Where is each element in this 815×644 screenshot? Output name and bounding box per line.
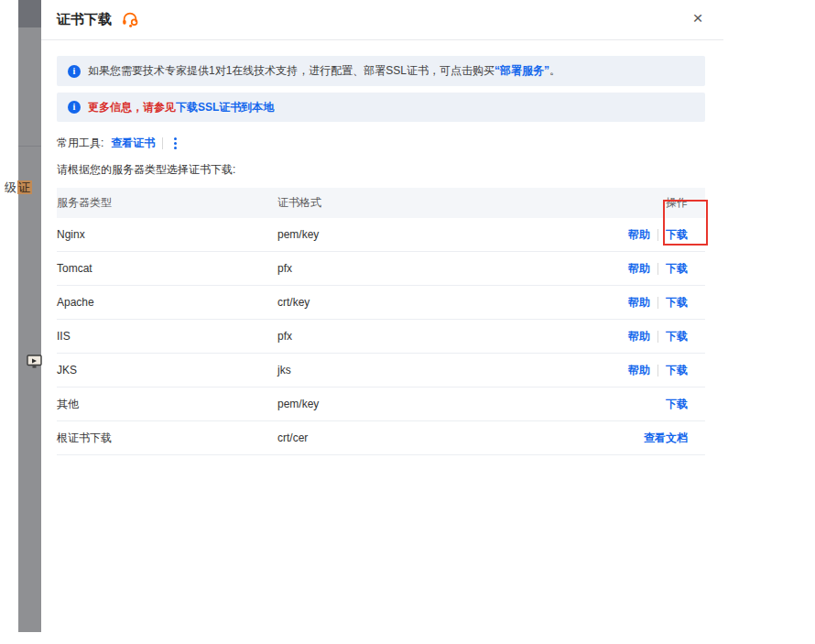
help-link[interactable]: 帮助 <box>628 261 650 277</box>
help-link[interactable]: 帮助 <box>628 227 650 243</box>
table-row-nginx: Nginx pem/key 帮助 下载 <box>57 218 705 252</box>
more-actions-icon[interactable] <box>170 136 180 150</box>
view-certificate-link[interactable]: 查看证书 <box>111 136 155 151</box>
banner-text: 如果您需要技术专家提供1对1在线技术支持，进行配置、部署SSL证书，可点击购买“… <box>88 63 560 79</box>
download-link[interactable]: 下载 <box>666 397 688 412</box>
cert-format-cell: crt/key <box>277 296 549 309</box>
help-link[interactable]: 帮助 <box>628 295 650 311</box>
header-server-type: 服务器类型 <box>57 195 277 211</box>
header-operation: 操作 <box>549 195 705 211</box>
view-doc-link[interactable]: 查看文档 <box>644 431 688 446</box>
operation-cell: 下载 <box>549 397 705 412</box>
background-partial-text: 级证 <box>5 180 32 196</box>
table-row-apache: Apache crt/key 帮助 下载 <box>57 286 705 320</box>
info-icon: i <box>68 101 81 114</box>
support-headset-icon[interactable] <box>120 10 140 30</box>
monitor-icon <box>27 355 43 373</box>
server-type-cell: Nginx <box>57 228 277 241</box>
cert-format-cell: pem/key <box>277 228 549 241</box>
server-type-cell: Apache <box>57 296 277 309</box>
banner-text: 更多信息，请参见下载SSL证书到本地 <box>88 100 274 115</box>
download-ssl-doc-link[interactable]: 下载SSL证书到本地 <box>176 101 274 114</box>
table-row-iis: IIS pfx 帮助 下载 <box>57 320 705 354</box>
cert-format-cell: jks <box>277 364 549 377</box>
close-icon[interactable]: × <box>687 7 709 29</box>
tools-label: 常用工具: <box>57 136 103 151</box>
operation-cell: 帮助 下载 <box>549 295 705 311</box>
deploy-service-banner: i 如果您需要技术专家提供1对1在线技术支持，进行配置、部署SSL证书，可点击购… <box>57 56 705 86</box>
operation-cell: 帮助 下载 <box>549 227 705 243</box>
dialog-body: i 如果您需要技术专家提供1对1在线技术支持，进行配置、部署SSL证书，可点击购… <box>41 56 723 455</box>
download-link[interactable]: 下载 <box>666 295 688 311</box>
operation-cell: 帮助 下载 <box>549 261 705 277</box>
download-link[interactable]: 下载 <box>666 363 688 378</box>
certificate-table: 服务器类型 证书格式 操作 Nginx pem/key 帮助 下载 Tomcat… <box>57 188 705 455</box>
cert-format-cell: crt/cer <box>277 431 549 444</box>
certificate-download-dialog: 证书下载 × i 如果您需要技术专家提供1对1在线技术支持，进行配置、部署SSL… <box>41 0 723 644</box>
download-link[interactable]: 下载 <box>666 329 688 344</box>
cert-format-cell: pfx <box>277 262 549 275</box>
dimmed-divider <box>18 146 41 147</box>
dialog-header: 证书下载 × <box>41 0 723 40</box>
common-tools-row: 常用工具: 查看证书 <box>57 136 708 151</box>
cert-format-cell: pem/key <box>277 398 549 410</box>
deploy-service-link[interactable]: “部署服务” <box>494 64 549 77</box>
table-header: 服务器类型 证书格式 操作 <box>57 188 705 218</box>
divider <box>657 297 658 309</box>
more-info-banner: i 更多信息，请参见下载SSL证书到本地 <box>57 93 705 122</box>
server-type-cell: Tomcat <box>57 262 277 275</box>
cert-format-cell: pfx <box>277 330 549 343</box>
divider <box>657 365 658 377</box>
dimmed-sidebar-strip <box>18 0 41 632</box>
download-link[interactable]: 下载 <box>666 227 688 243</box>
header-cert-format: 证书格式 <box>277 195 549 211</box>
operation-cell: 帮助 下载 <box>549 329 705 344</box>
server-type-cell: 其他 <box>57 397 277 412</box>
table-row-root-cert: 根证书下载 crt/cer 查看文档 <box>57 421 705 455</box>
dimmed-topbar-block <box>18 0 41 27</box>
table-row-other: 其他 pem/key 下载 <box>57 387 705 421</box>
operation-cell: 帮助 下载 <box>549 363 705 378</box>
help-link[interactable]: 帮助 <box>628 363 650 378</box>
divider <box>657 229 658 241</box>
divider <box>162 137 163 149</box>
help-link[interactable]: 帮助 <box>628 329 650 344</box>
divider <box>657 331 658 343</box>
table-row-jks: JKS jks 帮助 下载 <box>57 354 705 387</box>
dialog-title: 证书下载 <box>57 11 112 28</box>
server-type-cell: IIS <box>57 330 277 343</box>
select-server-hint: 请根据您的服务器类型选择证书下载: <box>57 162 708 178</box>
server-type-cell: 根证书下载 <box>57 431 277 446</box>
operation-cell: 查看文档 <box>549 431 705 446</box>
server-type-cell: JKS <box>57 364 277 377</box>
download-link[interactable]: 下载 <box>666 261 688 277</box>
info-icon: i <box>68 65 81 78</box>
divider <box>657 263 658 275</box>
table-row-tomcat: Tomcat pfx 帮助 下载 <box>57 252 705 286</box>
